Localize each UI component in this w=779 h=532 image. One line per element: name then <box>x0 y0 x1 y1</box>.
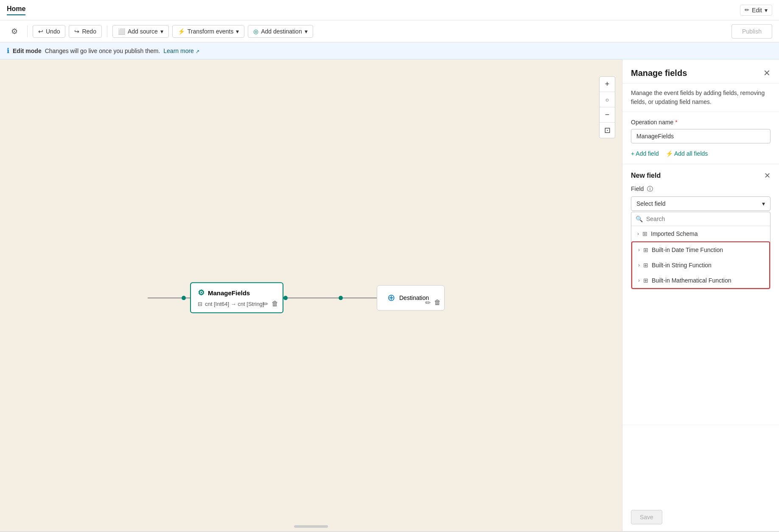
edit-mode-description: Changes will go live once you publish th… <box>45 48 160 54</box>
add-source-icon: ⬜ <box>118 28 125 35</box>
item-label-math: Built-in Mathematical Function <box>652 277 731 284</box>
destination-actions: ✏ 🗑 <box>425 299 441 307</box>
add-field-label: + Add field <box>631 150 659 157</box>
panel-actions: + Add field ⚡ Add all fields <box>631 150 771 157</box>
edit-button[interactable]: ✏ Edit ▾ <box>740 5 772 16</box>
add-source-chevron-icon: ▾ <box>160 28 163 35</box>
separator-2 <box>107 25 107 37</box>
flow-dot-out <box>283 296 288 300</box>
destination-title: Destination <box>399 294 429 301</box>
undo-button[interactable]: ↩ Undo <box>33 25 65 38</box>
edit-icon: ✏ <box>745 7 749 13</box>
delete-destination-button[interactable]: 🗑 <box>434 299 441 307</box>
transform-label: Transform events <box>188 28 233 35</box>
highlighted-group: › ⊞ Built-in Date Time Function › ⊞ Buil… <box>631 241 770 289</box>
chevron-icon-math: › <box>638 277 640 283</box>
field-value: cnt [Int64] → cnt [String] <box>205 301 264 307</box>
panel-header: Manage fields ✕ <box>622 59 779 84</box>
fit-button[interactable]: ⊡ <box>600 123 615 138</box>
dropdown-menu: 🔍 › ⊞ Imported Schema › ⊞ Built-in Date <box>631 212 771 289</box>
redo-button[interactable]: ↪ Redo <box>69 25 101 38</box>
grid-icon-str: ⊞ <box>643 262 648 269</box>
new-field-close-button[interactable]: ✕ <box>764 171 771 180</box>
destination-node[interactable]: ⊕ Destination ✏ 🗑 <box>377 285 445 311</box>
add-destination-button[interactable]: ◎ Add destination ▾ <box>248 25 313 38</box>
node-actions: ✏ 🗑 <box>263 300 278 308</box>
panel-description: Manage the event fields by adding fields… <box>622 84 779 112</box>
transform-events-button[interactable]: ⚡ Transform events ▾ <box>172 25 244 38</box>
transform-icon: ⚡ <box>178 28 185 35</box>
dropdown-item-string[interactable]: › ⊞ Built-in String Function <box>632 258 769 273</box>
save-label: Save <box>640 514 653 521</box>
search-field-wrap: 🔍 <box>631 212 770 226</box>
transform-chevron-icon: ▾ <box>236 28 239 35</box>
dropdown-item-math[interactable]: › ⊞ Built-in Mathematical Function <box>632 273 769 288</box>
edit-mode-bar: ℹ Edit mode Changes will go live once yo… <box>0 42 779 59</box>
select-chevron-icon: ▾ <box>762 200 765 207</box>
learn-more-link[interactable]: Learn more ↗ <box>163 48 199 54</box>
add-source-label: Add source <box>128 28 158 35</box>
node-title: ⚙ ManageFields <box>198 288 276 297</box>
flow-line-mid <box>288 297 339 298</box>
add-destination-chevron-icon: ▾ <box>305 28 308 35</box>
info-icon: ℹ <box>7 47 9 55</box>
operation-name-label-text: Operation name <box>631 119 673 126</box>
canvas-scrollbar[interactable] <box>294 525 328 528</box>
panel-close-button[interactable]: ✕ <box>763 68 771 78</box>
edit-destination-button[interactable]: ✏ <box>425 299 431 307</box>
panel-title: Manage fields <box>631 68 687 78</box>
toolbar: ⚙ ↩ Undo ↪ Redo ⬜ Add source ▾ ⚡ Transfo… <box>0 20 779 42</box>
flow-dot-mid <box>339 296 343 300</box>
flow-container: ⚙ ManageFields ⊟ cnt [Int64] → cnt [Stri… <box>148 282 445 313</box>
redo-icon: ↪ <box>74 28 79 35</box>
add-source-button[interactable]: ⬜ Add source ▾ <box>112 25 169 38</box>
zoom-in-button[interactable]: + <box>600 77 615 92</box>
publish-button[interactable]: Publish <box>731 24 772 39</box>
undo-label: Undo <box>46 28 60 35</box>
separator-1 <box>27 25 28 37</box>
main-area: + ○ − ⊡ ⚙ ManageFields ⊟ cnt [Int64] <box>0 59 779 531</box>
item-label: Imported Schema <box>651 230 698 237</box>
operation-name-input[interactable] <box>631 129 771 143</box>
edit-mode-label: Edit mode <box>13 48 42 54</box>
field-info-icon: ⓘ <box>647 185 653 192</box>
add-destination-icon: ◎ <box>253 28 258 35</box>
edit-node-button[interactable]: ✏ <box>263 300 268 308</box>
manage-fields-node[interactable]: ⚙ ManageFields ⊟ cnt [Int64] → cnt [Stri… <box>190 282 283 313</box>
search-icon: 🔍 <box>636 216 643 222</box>
flow-dot-in <box>182 296 186 300</box>
save-button[interactable]: Save <box>631 510 662 524</box>
search-field-input[interactable] <box>646 216 766 222</box>
edit-label: Edit <box>752 7 762 14</box>
chevron-icon-str: › <box>638 262 640 268</box>
canvas[interactable]: + ○ − ⊡ ⚙ ManageFields ⊟ cnt [Int64] <box>0 59 622 531</box>
zoom-out-button[interactable]: − <box>600 107 615 123</box>
select-field-dropdown[interactable]: Select field ▾ <box>631 196 771 211</box>
new-field-title: New field <box>631 172 661 179</box>
chevron-icon: › <box>637 231 639 237</box>
select-field-container: Select field ▾ 🔍 › ⊞ Imported Schema <box>631 196 771 289</box>
operation-name-section: Operation name * + Add field ⚡ Add all f… <box>622 112 779 164</box>
add-destination-label: Add destination <box>261 28 302 35</box>
top-bar-left: Home <box>7 5 25 15</box>
add-all-fields-button[interactable]: ⚡ Add all fields <box>666 150 708 157</box>
chevron-icon-dt: › <box>638 247 640 253</box>
redo-label: Redo <box>82 28 96 35</box>
dropdown-item-datetime[interactable]: › ⊞ Built-in Date Time Function <box>632 242 769 258</box>
publish-label: Publish <box>742 28 762 35</box>
operation-name-label: Operation name * <box>631 119 771 126</box>
delete-node-button[interactable]: 🗑 <box>272 300 278 308</box>
field-label: Field ⓘ <box>631 185 771 193</box>
external-link-icon: ↗ <box>196 49 199 54</box>
destination-icon: ⊕ <box>387 292 395 303</box>
panel-footer: Save <box>622 425 779 531</box>
add-all-fields-label: ⚡ Add all fields <box>666 150 708 157</box>
canvas-controls: + ○ − ⊡ <box>599 76 615 138</box>
add-field-button[interactable]: + Add field <box>631 150 659 157</box>
learn-more-label: Learn more <box>163 48 194 54</box>
edit-chevron-icon: ▾ <box>765 7 768 14</box>
grid-icon-dt: ⊞ <box>643 246 648 253</box>
dropdown-item-imported-schema[interactable]: › ⊞ Imported Schema <box>631 226 770 241</box>
flow-line-in <box>148 297 182 298</box>
settings-button[interactable]: ⚙ <box>7 24 22 39</box>
